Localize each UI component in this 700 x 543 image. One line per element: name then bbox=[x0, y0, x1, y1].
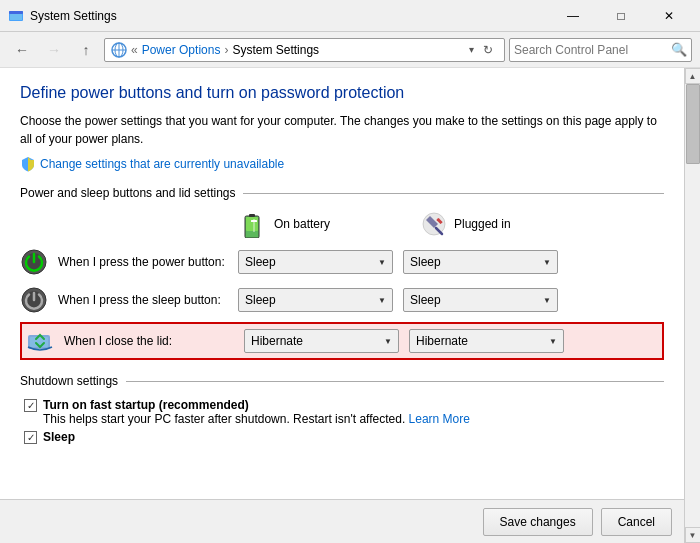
battery-column-header: On battery bbox=[240, 210, 420, 238]
footer: Save changes Cancel bbox=[0, 499, 684, 543]
section1-heading: Power and sleep buttons and lid settings bbox=[20, 186, 664, 200]
fast-startup-row: ✓ Turn on fast startup (recommended) Thi… bbox=[20, 398, 664, 426]
pluggedin-col-label: Plugged in bbox=[454, 217, 511, 231]
svg-rect-9 bbox=[246, 217, 258, 231]
column-headers: On battery Plugged in bbox=[20, 210, 664, 238]
search-input[interactable] bbox=[514, 43, 671, 57]
sleep-button-battery-arrow: ▼ bbox=[378, 296, 386, 305]
sleep-button-battery-value: Sleep bbox=[245, 293, 276, 307]
section1-heading-text: Power and sleep buttons and lid settings bbox=[20, 186, 243, 200]
breadcrumb-power-options[interactable]: Power Options bbox=[142, 43, 221, 57]
change-settings-text: Change settings that are currently unava… bbox=[40, 157, 284, 171]
refresh-button[interactable]: ↻ bbox=[478, 40, 498, 60]
window-icon bbox=[8, 8, 24, 24]
content-area: Define power buttons and turn on passwor… bbox=[0, 68, 684, 543]
lid-plugged-value: Hibernate bbox=[416, 334, 468, 348]
lid-label: When I close the lid: bbox=[64, 334, 244, 348]
sleep-button-label: When I press the sleep button: bbox=[58, 293, 238, 307]
pluggedin-column-header: Plugged in bbox=[420, 210, 600, 238]
sleep-button-plugged-value: Sleep bbox=[410, 293, 441, 307]
breadcrumb: « Power Options › System Settings ▾ ↻ bbox=[104, 38, 505, 62]
close-button[interactable]: ✕ bbox=[646, 0, 692, 32]
power-button-plugged-value: Sleep bbox=[410, 255, 441, 269]
fast-startup-desc: This helps start your PC faster after sh… bbox=[43, 412, 664, 426]
lid-battery-value: Hibernate bbox=[251, 334, 303, 348]
power-button-label: When I press the power button: bbox=[58, 255, 238, 269]
minimize-button[interactable]: — bbox=[550, 0, 596, 32]
scrollbar: ▲ ▼ bbox=[684, 68, 700, 543]
lid-battery-dropdown[interactable]: Hibernate ▼ bbox=[244, 329, 399, 353]
sleep-button-icon bbox=[20, 286, 48, 314]
power-button-battery-value: Sleep bbox=[245, 255, 276, 269]
fast-startup-desc-text: This helps start your PC faster after sh… bbox=[43, 412, 405, 426]
scroll-up-arrow[interactable]: ▲ bbox=[685, 68, 701, 84]
scroll-thumb[interactable] bbox=[686, 84, 700, 164]
window-title: System Settings bbox=[30, 9, 550, 23]
cancel-button[interactable]: Cancel bbox=[601, 508, 672, 536]
pluggedin-icon bbox=[420, 210, 448, 238]
nav-bar: ← → ↑ « Power Options › System Settings … bbox=[0, 32, 700, 68]
battery-icon bbox=[240, 210, 268, 238]
window-controls: — □ ✕ bbox=[550, 0, 692, 32]
page-title: Define power buttons and turn on passwor… bbox=[20, 84, 664, 102]
sleep-button-battery-dropdown[interactable]: Sleep ▼ bbox=[238, 288, 393, 312]
page-description: Choose the power settings that you want … bbox=[20, 112, 664, 148]
breadcrumb-current: System Settings bbox=[232, 43, 319, 57]
search-icon[interactable]: 🔍 bbox=[671, 42, 687, 57]
change-settings-link[interactable]: Change settings that are currently unava… bbox=[20, 156, 664, 172]
learn-more-link[interactable]: Learn More bbox=[409, 412, 470, 426]
shield-uac-icon bbox=[20, 156, 36, 172]
back-button[interactable]: ← bbox=[8, 36, 36, 64]
svg-rect-8 bbox=[249, 214, 255, 217]
svg-rect-1 bbox=[10, 14, 22, 20]
lid-plugged-arrow: ▼ bbox=[549, 337, 557, 346]
sleep-label: Sleep bbox=[43, 430, 75, 444]
section2-heading: Shutdown settings bbox=[20, 374, 664, 388]
power-button-battery-arrow: ▼ bbox=[378, 258, 386, 267]
fast-startup-checkbox[interactable]: ✓ bbox=[24, 399, 37, 412]
forward-button[interactable]: → bbox=[40, 36, 68, 64]
maximize-button[interactable]: □ bbox=[598, 0, 644, 32]
power-button-row: When I press the power button: Sleep ▼ S… bbox=[20, 246, 664, 278]
title-bar: System Settings — □ ✕ bbox=[0, 0, 700, 32]
sleep-row: ✓ Sleep bbox=[20, 430, 664, 444]
power-button-plugged-arrow: ▼ bbox=[543, 258, 551, 267]
section1-heading-line bbox=[243, 193, 664, 194]
power-button-icon bbox=[20, 248, 48, 276]
globe-icon bbox=[111, 42, 127, 58]
sleep-button-row: When I press the sleep button: Sleep ▼ S… bbox=[20, 284, 664, 316]
section2-heading-text: Shutdown settings bbox=[20, 374, 126, 388]
power-button-plugged-dropdown[interactable]: Sleep ▼ bbox=[403, 250, 558, 274]
up-button[interactable]: ↑ bbox=[72, 36, 100, 64]
sleep-button-plugged-arrow: ▼ bbox=[543, 296, 551, 305]
lid-icon bbox=[26, 327, 54, 355]
battery-col-label: On battery bbox=[274, 217, 330, 231]
lid-row: When I close the lid: Hibernate ▼ Hibern… bbox=[20, 322, 664, 360]
fast-startup-title: Turn on fast startup (recommended) bbox=[43, 398, 664, 412]
section2-heading-line bbox=[126, 381, 664, 382]
scroll-down-arrow[interactable]: ▼ bbox=[685, 527, 701, 543]
sleep-button-plugged-dropdown[interactable]: Sleep ▼ bbox=[403, 288, 558, 312]
main-container: Define power buttons and turn on passwor… bbox=[0, 68, 700, 543]
lid-battery-arrow: ▼ bbox=[384, 337, 392, 346]
scroll-track[interactable] bbox=[685, 84, 701, 527]
power-button-battery-dropdown[interactable]: Sleep ▼ bbox=[238, 250, 393, 274]
search-bar: 🔍 bbox=[509, 38, 692, 62]
svg-rect-2 bbox=[9, 11, 23, 14]
fast-startup-content: Turn on fast startup (recommended) This … bbox=[43, 398, 664, 426]
settings-rows: When I press the power button: Sleep ▼ S… bbox=[20, 246, 664, 360]
lid-plugged-dropdown[interactable]: Hibernate ▼ bbox=[409, 329, 564, 353]
sleep-checkbox[interactable]: ✓ bbox=[24, 431, 37, 444]
save-changes-button[interactable]: Save changes bbox=[483, 508, 593, 536]
